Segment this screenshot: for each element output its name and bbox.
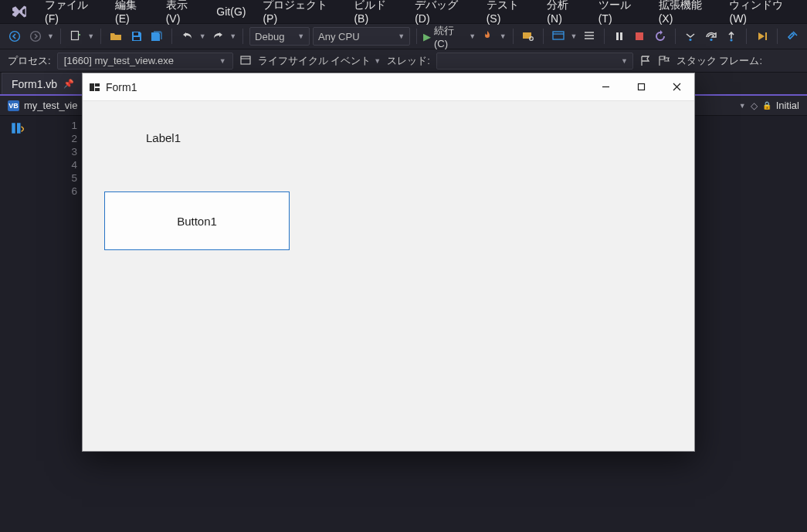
menu-project[interactable]: プロジェクト(P) bbox=[263, 0, 337, 25]
save-all-icon[interactable] bbox=[148, 27, 165, 46]
toolbar-separator bbox=[242, 29, 243, 44]
chevron-down-icon[interactable]: ▼ bbox=[229, 32, 236, 40]
menu-git[interactable]: Git(G) bbox=[216, 5, 246, 18]
process-dropdown[interactable]: [1660] my_test_view.exe ▼ bbox=[57, 53, 233, 69]
chevron-down-icon[interactable]: ▼ bbox=[739, 102, 746, 110]
button1[interactable]: Button1 bbox=[104, 191, 290, 250]
restart-icon[interactable] bbox=[652, 27, 669, 46]
flags-icon[interactable] bbox=[658, 55, 670, 67]
menu-test[interactable]: テスト(S) bbox=[487, 0, 531, 25]
menubar: ファイル(F) 編集(E) 表示(V) Git(G) プロジェクト(P) ビルド… bbox=[0, 0, 807, 23]
vb-project-icon: VB bbox=[8, 100, 19, 111]
hot-reload-icon[interactable] bbox=[479, 27, 496, 46]
open-file-icon[interactable] bbox=[107, 27, 124, 46]
editor-gutter bbox=[0, 116, 56, 532]
step-into-icon[interactable] bbox=[682, 27, 699, 46]
continue-button[interactable]: ▶ 続行(C) ▼ bbox=[423, 24, 476, 49]
menu-file[interactable]: ファイル(F) bbox=[45, 0, 98, 25]
chevron-down-icon: ▼ bbox=[469, 32, 476, 40]
platform-value: Any CPU bbox=[318, 31, 359, 42]
system-buttons bbox=[588, 73, 694, 101]
svg-rect-19 bbox=[90, 83, 94, 91]
save-icon[interactable] bbox=[128, 27, 145, 46]
running-form-window[interactable]: Form1 Label1 Button1 bbox=[82, 73, 695, 452]
config-value: Debug bbox=[255, 31, 284, 42]
redo-icon[interactable] bbox=[209, 27, 226, 46]
pause-icon[interactable] bbox=[611, 27, 628, 46]
svg-point-14 bbox=[731, 39, 733, 41]
chevron-down-icon: ▼ bbox=[219, 57, 226, 65]
live-share-icon[interactable] bbox=[784, 27, 801, 46]
maximize-button[interactable] bbox=[623, 73, 659, 101]
toolbar-separator bbox=[777, 29, 778, 44]
chevron-down-icon[interactable]: ▼ bbox=[199, 32, 206, 40]
menu-tools[interactable]: ツール(T) bbox=[598, 0, 642, 25]
menu-debug[interactable]: デバッグ(D) bbox=[415, 0, 470, 25]
find-in-files-icon[interactable] bbox=[520, 27, 537, 46]
chevron-down-icon[interactable]: ▼ bbox=[47, 32, 54, 40]
toolbar-separator bbox=[543, 29, 544, 44]
svg-point-1 bbox=[30, 32, 40, 42]
menu-extensions[interactable]: 拡張機能(X) bbox=[659, 0, 713, 25]
list-icon[interactable] bbox=[580, 27, 597, 46]
step-over-icon[interactable] bbox=[702, 27, 719, 46]
chevron-down-icon: ▼ bbox=[374, 57, 381, 65]
svg-rect-23 bbox=[638, 84, 644, 90]
nav-back-icon[interactable] bbox=[6, 27, 23, 46]
svg-rect-2 bbox=[71, 32, 78, 40]
process-value: [1660] my_test_view.exe bbox=[64, 55, 174, 66]
menu-edit[interactable]: 編集(E) bbox=[115, 0, 149, 25]
stackframe-label: スタック フレーム: bbox=[676, 54, 762, 68]
toolbar-separator bbox=[746, 29, 747, 44]
menu-build[interactable]: ビルド(B) bbox=[354, 0, 398, 25]
pin-icon[interactable]: 📌 bbox=[63, 79, 74, 89]
chevron-down-icon[interactable]: ▼ bbox=[500, 32, 507, 40]
nav-project-dropdown[interactable]: VB my_test_vie bbox=[0, 100, 85, 111]
close-button[interactable] bbox=[659, 73, 694, 101]
toolbar-separator bbox=[171, 29, 172, 44]
process-label: プロセス: bbox=[8, 54, 51, 68]
svg-rect-20 bbox=[95, 83, 100, 86]
toolbar-main: ▼ ▼ ▼ ▼ Debug▼ Any CPU▼ ▶ 続行(C) ▼ ▼ ▼ bbox=[0, 23, 807, 49]
next-statement-icon[interactable] bbox=[753, 27, 770, 46]
step-out-icon[interactable] bbox=[723, 27, 740, 46]
menu-analyze[interactable]: 分析(N) bbox=[547, 0, 581, 25]
toolbar-separator bbox=[513, 29, 514, 44]
svg-rect-4 bbox=[134, 37, 140, 40]
flag-icon[interactable] bbox=[639, 55, 652, 67]
chevron-down-icon[interactable]: ▼ bbox=[87, 32, 94, 40]
toolbar-debug: プロセス: [1660] my_test_view.exe ▼ ライフサイクル … bbox=[0, 49, 807, 73]
form-app-icon bbox=[89, 81, 101, 93]
new-item-icon[interactable] bbox=[67, 27, 84, 46]
undo-icon[interactable] bbox=[178, 27, 195, 46]
thread-label: スレッド: bbox=[387, 54, 430, 68]
chevron-down-icon[interactable]: ▼ bbox=[570, 32, 577, 40]
menu-window[interactable]: ウィンドウ(W) bbox=[729, 0, 796, 25]
lifecycle-icon[interactable] bbox=[239, 55, 252, 67]
play-icon: ▶ bbox=[423, 31, 431, 42]
member-icon: ◇ bbox=[751, 100, 758, 111]
minimize-button[interactable] bbox=[588, 73, 623, 101]
chevron-down-icon: ▼ bbox=[621, 57, 628, 65]
form-client-area[interactable]: Label1 Button1 bbox=[83, 101, 694, 451]
toolbar-separator bbox=[100, 29, 101, 44]
layout-icon[interactable] bbox=[550, 27, 567, 46]
document-tab-form1[interactable]: Form1.vb 📌 bbox=[2, 73, 84, 94]
stop-icon[interactable] bbox=[631, 27, 648, 46]
config-dropdown[interactable]: Debug▼ bbox=[249, 27, 310, 46]
button1-text: Button1 bbox=[177, 215, 217, 228]
svg-rect-18 bbox=[17, 123, 21, 134]
menu-view[interactable]: 表示(V) bbox=[166, 0, 200, 25]
svg-rect-7 bbox=[553, 32, 564, 39]
nav-fwd-icon[interactable] bbox=[26, 27, 43, 46]
chevron-down-icon: ▼ bbox=[297, 32, 304, 40]
nav-member-label[interactable]: Initial bbox=[776, 100, 799, 111]
platform-dropdown[interactable]: Any CPU▼ bbox=[313, 27, 410, 46]
line-number: 2 bbox=[56, 132, 77, 145]
line-number: 5 bbox=[56, 171, 77, 185]
thread-dropdown[interactable]: ▼ bbox=[436, 53, 633, 69]
form-titlebar[interactable]: Form1 bbox=[83, 73, 694, 101]
tracking-icon[interactable] bbox=[8, 120, 26, 136]
lifecycle-dropdown[interactable]: ライフサイクル イベント ▼ bbox=[258, 54, 381, 68]
nav-project-label: my_test_vie bbox=[24, 100, 77, 111]
